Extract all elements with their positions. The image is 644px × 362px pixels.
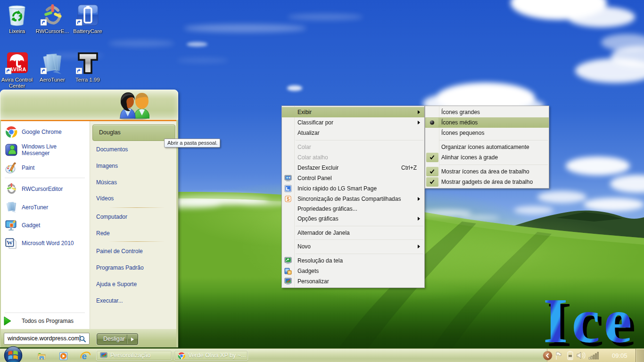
- svg-text:W: W: [7, 239, 13, 246]
- svg-text:S: S: [287, 197, 290, 202]
- svg-text:AVIRA: AVIRA: [9, 66, 26, 72]
